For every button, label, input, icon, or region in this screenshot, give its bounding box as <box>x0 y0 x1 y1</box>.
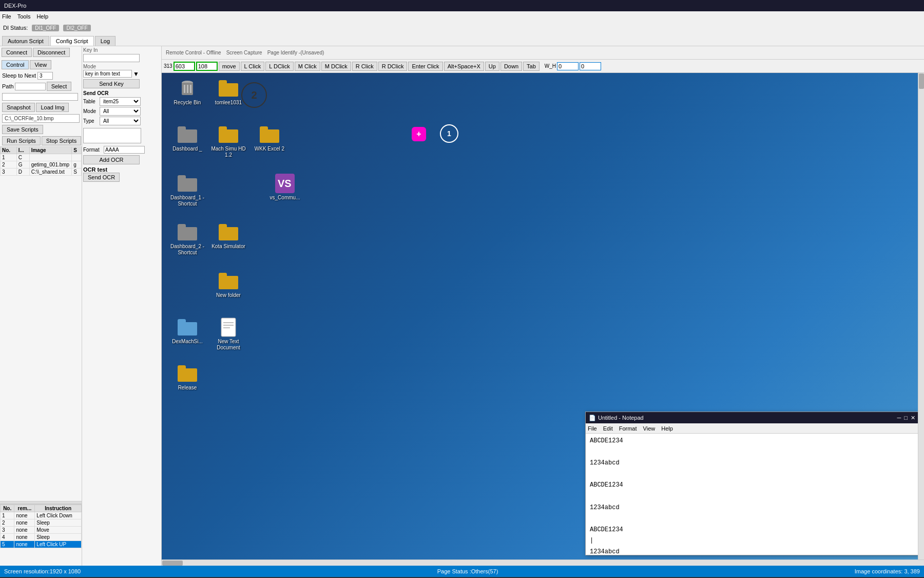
ocr-textarea[interactable] <box>83 128 141 143</box>
desktop-icon-dashboard[interactable]: Dashboard _ <box>167 124 208 152</box>
send-key-button[interactable]: Send Key <box>83 79 140 88</box>
menu-tools[interactable]: Tools <box>17 13 31 20</box>
select-button[interactable]: Select <box>47 82 72 91</box>
notepad-maximize-icon[interactable]: □ <box>904 415 908 421</box>
notepad-menu-format[interactable]: Format <box>619 425 637 432</box>
script-row-3[interactable]: 3 D C:\\_shared.txt S <box>1 169 82 176</box>
up-button[interactable]: Up <box>485 62 499 71</box>
y-coord-input[interactable] <box>196 62 218 71</box>
send-ocr-button[interactable]: Send OCR <box>83 173 120 182</box>
tab-button[interactable]: Tab <box>523 62 540 71</box>
instr-row-5[interactable]: 5noneLeft Click UP <box>1 541 82 548</box>
notepad-close-icon[interactable]: ✕ <box>911 415 915 421</box>
ocr-type-select[interactable]: All <box>100 117 141 125</box>
h-input[interactable] <box>580 62 601 70</box>
m-click-button[interactable]: M Click <box>295 62 320 71</box>
instr-row-4[interactable]: 4noneSleep <box>1 534 82 541</box>
desktop-icon-kota[interactable]: Kota Simulator <box>208 222 249 250</box>
magenta-plus-icon: + <box>416 129 421 139</box>
script-cell-i-2: G <box>16 161 29 169</box>
r-click-button[interactable]: R Click <box>352 62 377 71</box>
notepad-line-10: | <box>590 535 914 547</box>
disconnect-button[interactable]: Disconnect <box>33 48 70 57</box>
down-button[interactable]: Down <box>500 62 522 71</box>
text-doc-label: New Text Document <box>208 339 249 351</box>
connect-button[interactable]: Connect <box>2 48 32 57</box>
folder-dexmach-icon <box>177 317 198 338</box>
mode-row-ocr: Mode All <box>83 107 160 116</box>
view-button[interactable]: View <box>30 60 51 69</box>
control-row: Control View <box>0 59 82 71</box>
notepad-content[interactable]: ABCDE1234 1234abcd ABCDE1234 1234abcd AB… <box>586 434 918 555</box>
main-layout: Connect Disconnect Control View Sleep to… <box>0 46 924 566</box>
sleep-input[interactable] <box>37 72 53 80</box>
desktop-scrollbar-v[interactable] <box>918 73 924 566</box>
notepad-menu-view[interactable]: View <box>643 425 656 432</box>
notepad-line-8 <box>590 513 914 525</box>
notepad-menu-file[interactable]: File <box>588 425 597 432</box>
tab-log[interactable]: Log <box>95 36 116 46</box>
path-input[interactable] <box>15 83 46 90</box>
image-coordinates: Image coordinates: 3, 389 <box>855 568 920 574</box>
control-button[interactable]: Control <box>2 60 29 69</box>
l-click-button[interactable]: L Click <box>241 62 265 71</box>
enter-click-button[interactable]: Enter Click <box>408 62 442 71</box>
script-row-1[interactable]: 1 C <box>1 154 82 161</box>
table-row-ocr: Table item25 <box>83 97 160 106</box>
script-col-no: No. <box>1 147 17 154</box>
w-input[interactable] <box>557 62 579 70</box>
desktop-icon-wkk-excel[interactable]: WKK Excel 2 <box>249 124 290 152</box>
desktop-scroll-thumb-h[interactable] <box>162 561 183 566</box>
notepad-menu-help[interactable]: Help <box>661 425 673 432</box>
desktop-icon-text-doc[interactable]: New Text Document <box>208 317 249 351</box>
desktop-icon-mach-simu[interactable]: Mach Simu HD 1.2 <box>208 124 249 158</box>
key-in-input[interactable] <box>83 54 140 62</box>
script-row-2[interactable]: 2 G getimg_001.bmp g <box>1 161 82 169</box>
snapshot-button[interactable]: Snapshot <box>2 103 35 112</box>
path-full-input[interactable] <box>2 93 78 101</box>
mode-input[interactable] <box>83 70 132 78</box>
mode-dropdown-icon[interactable]: ▼ <box>133 70 139 78</box>
alt-space-x-button[interactable]: Alt+Space+X <box>444 62 484 71</box>
tomlee1031-label: tomlee1031 <box>215 100 242 106</box>
menu-file[interactable]: File <box>2 13 11 20</box>
tab-config[interactable]: Config Script <box>50 36 94 46</box>
load-img-button[interactable]: Load Img <box>36 103 69 112</box>
desktop-scroll-thumb[interactable] <box>919 73 924 89</box>
ocr-mode-select[interactable]: All <box>100 107 141 116</box>
desktop-icon-dashboard2[interactable]: Dashboard_2 - Shortcut <box>167 222 208 256</box>
instr-row-2[interactable]: 2noneSleep <box>1 519 82 527</box>
menu-help[interactable]: Help <box>36 13 48 20</box>
table-select[interactable]: item25 <box>100 97 141 106</box>
desktop-icon-dashboard1[interactable]: Dashboard_1 - Shortcut <box>167 173 208 207</box>
m-dclick-button[interactable]: M DClick <box>321 62 351 71</box>
snapshot-row: Snapshot Load Img <box>0 102 82 113</box>
desktop-icon-recycle-bin[interactable]: Recycle Bin <box>167 78 208 106</box>
instr-row-3[interactable]: 3noneMove <box>1 527 82 534</box>
l-dclick-button[interactable]: L DClick <box>265 62 294 71</box>
notepad-icon: 📄 <box>589 415 596 421</box>
stop-scripts-button[interactable]: Stop Scripts <box>42 136 81 145</box>
ocr-mode-label: Mode <box>83 108 99 114</box>
notepad-menu-edit[interactable]: Edit <box>603 425 613 432</box>
desktop-icon-release[interactable]: Release <box>167 363 208 391</box>
wh-label: W_H <box>545 63 556 69</box>
r-dclick-button[interactable]: R DClick <box>378 62 408 71</box>
menu-bar: File Tools Help <box>0 11 924 22</box>
format-input[interactable] <box>104 146 145 154</box>
sleep-label: Sleep to Next <box>2 72 36 79</box>
add-ocr-button[interactable]: Add OCR <box>83 155 140 164</box>
desktop-icon-vs-commu[interactable]: VS vs_Commu... <box>264 173 305 201</box>
desktop-icon-new-folder[interactable]: New folder <box>208 271 249 299</box>
notepad-title: Untitled - Notepad <box>598 415 644 421</box>
notepad-minimize-icon[interactable]: ─ <box>897 415 901 421</box>
move-button[interactable]: move <box>219 62 240 71</box>
instr-row-1[interactable]: 1noneLeft Click Down <box>1 512 82 519</box>
run-scripts-button[interactable]: Run Scripts <box>2 136 41 145</box>
x-coord-input[interactable] <box>174 62 195 71</box>
desktop-icon-dexmach[interactable]: DexMachSi... <box>167 317 208 345</box>
save-scripts-button[interactable]: Save Scripts <box>2 125 43 134</box>
screen-resolution: Screen resolution:1920 x 1080 <box>4 568 81 574</box>
desktop-scrollbar-h[interactable] <box>162 560 924 566</box>
tab-autorun[interactable]: Autorun Script <box>2 36 49 46</box>
